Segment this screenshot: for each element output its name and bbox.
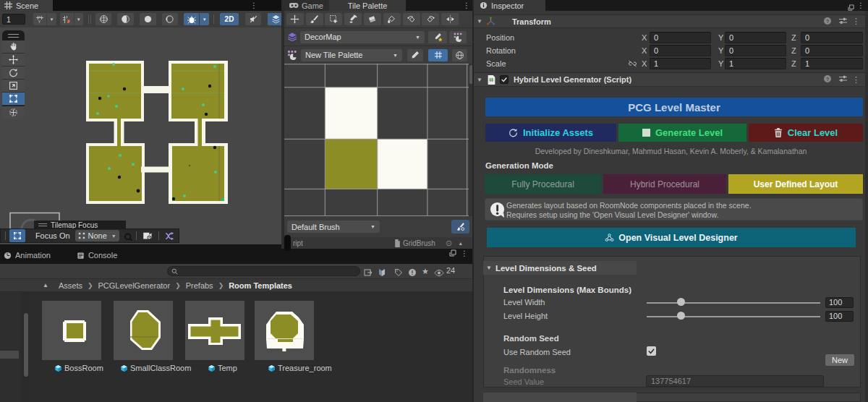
svg-text:?: ? <box>826 77 829 82</box>
svg-text:?: ? <box>826 18 829 23</box>
svg-text:Y: Y <box>38 20 41 24</box>
